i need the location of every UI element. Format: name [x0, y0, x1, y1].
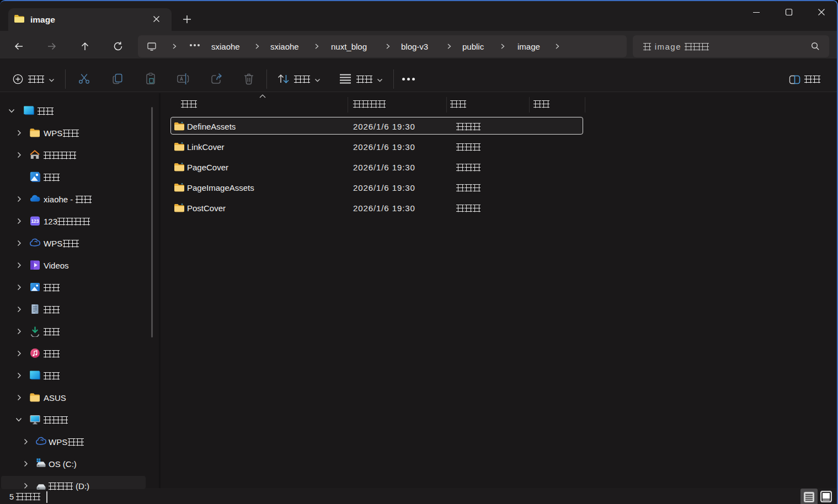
- svg-text:123: 123: [31, 218, 39, 224]
